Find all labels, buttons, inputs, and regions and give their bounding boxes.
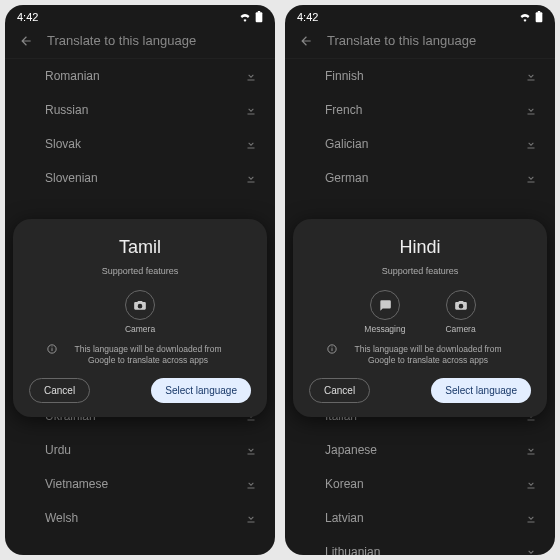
list-item[interactable]: Latvian xyxy=(285,501,555,535)
svg-rect-6 xyxy=(538,11,541,13)
download-icon[interactable] xyxy=(525,546,537,555)
svg-rect-0 xyxy=(256,12,263,22)
list-item[interactable]: German xyxy=(285,161,555,195)
download-icon[interactable] xyxy=(245,444,257,456)
download-icon[interactable] xyxy=(525,444,537,456)
language-list[interactable]: FinnishFrenchGalicianGermanIrishItalianJ… xyxy=(285,59,555,555)
download-icon[interactable] xyxy=(525,512,537,524)
language-label: Japanese xyxy=(325,443,377,457)
svg-rect-9 xyxy=(332,347,333,348)
wifi-icon xyxy=(239,12,251,22)
language-label: Finnish xyxy=(325,69,364,83)
features-row: MessagingCamera xyxy=(309,290,531,334)
cancel-button[interactable]: Cancel xyxy=(309,378,370,403)
list-item[interactable]: French xyxy=(285,93,555,127)
feature-camera: Camera xyxy=(125,290,155,334)
app-bar: Translate to this language xyxy=(285,25,555,59)
list-item[interactable]: Slovenian xyxy=(5,161,275,195)
language-label: Urdu xyxy=(45,443,71,457)
feature-label: Messaging xyxy=(364,324,405,334)
list-item[interactable]: Korean xyxy=(285,467,555,501)
camera-icon xyxy=(446,290,476,320)
select-language-button[interactable]: Select language xyxy=(431,378,531,403)
dialog-title: Tamil xyxy=(29,237,251,258)
download-icon[interactable] xyxy=(245,478,257,490)
status-icons xyxy=(519,11,543,23)
battery-icon xyxy=(535,11,543,23)
cancel-button[interactable]: Cancel xyxy=(29,378,90,403)
info-icon xyxy=(327,344,337,354)
download-icon[interactable] xyxy=(525,138,537,150)
list-item[interactable]: Vietnamese xyxy=(5,467,275,501)
dialog-title: Hindi xyxy=(309,237,531,258)
status-bar: 4:42 xyxy=(285,5,555,25)
back-icon[interactable] xyxy=(19,34,33,48)
dialog-subtitle: Supported features xyxy=(29,266,251,276)
dialog-buttons: Cancel Select language xyxy=(29,378,251,403)
status-time: 4:42 xyxy=(297,11,318,23)
list-item[interactable]: Urdu xyxy=(5,433,275,467)
language-label: Lithuanian xyxy=(325,545,380,555)
list-item[interactable]: Slovak xyxy=(5,127,275,161)
download-icon[interactable] xyxy=(525,172,537,184)
info-icon xyxy=(47,344,57,354)
feature-messaging: Messaging xyxy=(364,290,405,334)
battery-icon xyxy=(255,11,263,23)
svg-rect-8 xyxy=(332,348,333,351)
download-icon[interactable] xyxy=(525,478,537,490)
download-note: This language will be downloaded from Go… xyxy=(309,344,531,366)
messaging-icon xyxy=(370,290,400,320)
download-icon[interactable] xyxy=(245,512,257,524)
language-label: Latvian xyxy=(325,511,364,525)
status-bar: 4:42 xyxy=(5,5,275,25)
list-item[interactable]: Welsh xyxy=(5,501,275,535)
list-item[interactable]: Russian xyxy=(5,93,275,127)
back-icon[interactable] xyxy=(299,34,313,48)
language-label: Galician xyxy=(325,137,368,151)
feature-camera: Camera xyxy=(445,290,475,334)
language-label: Korean xyxy=(325,477,364,491)
language-label: French xyxy=(325,103,362,117)
feature-label: Camera xyxy=(125,324,155,334)
feature-label: Camera xyxy=(445,324,475,334)
list-item[interactable]: Finnish xyxy=(285,59,555,93)
phone-right: 4:42 Translate to this language FinnishF… xyxy=(285,5,555,555)
download-icon[interactable] xyxy=(525,70,537,82)
select-language-button[interactable]: Select language xyxy=(151,378,251,403)
features-row: Camera xyxy=(29,290,251,334)
download-icon[interactable] xyxy=(245,172,257,184)
list-item[interactable]: Lithuanian xyxy=(285,535,555,555)
language-label: Vietnamese xyxy=(45,477,108,491)
language-label: Romanian xyxy=(45,69,100,83)
language-list[interactable]: RomanianRussianSlovakSlovenianTurkishUkr… xyxy=(5,59,275,555)
dialog-buttons: Cancel Select language xyxy=(309,378,531,403)
svg-rect-1 xyxy=(258,11,261,13)
language-label: Slovak xyxy=(45,137,81,151)
status-time: 4:42 xyxy=(17,11,38,23)
dialog-subtitle: Supported features xyxy=(309,266,531,276)
download-icon[interactable] xyxy=(245,70,257,82)
language-label: Slovenian xyxy=(45,171,98,185)
camera-icon xyxy=(125,290,155,320)
appbar-title: Translate to this language xyxy=(327,33,476,48)
list-item[interactable]: Romanian xyxy=(5,59,275,93)
list-item[interactable]: Galician xyxy=(285,127,555,161)
language-label: Welsh xyxy=(45,511,78,525)
language-dialog: Tamil Supported features Camera This lan… xyxy=(13,219,267,417)
status-icons xyxy=(239,11,263,23)
svg-rect-3 xyxy=(52,348,53,351)
list-item[interactable]: Japanese xyxy=(285,433,555,467)
wifi-icon xyxy=(519,12,531,22)
appbar-title: Translate to this language xyxy=(47,33,196,48)
phone-left: 4:42 Translate to this language Romanian… xyxy=(5,5,275,555)
svg-rect-4 xyxy=(52,347,53,348)
download-icon[interactable] xyxy=(245,104,257,116)
download-icon[interactable] xyxy=(245,138,257,150)
language-label: German xyxy=(325,171,368,185)
download-icon[interactable] xyxy=(525,104,537,116)
language-dialog: Hindi Supported features MessagingCamera… xyxy=(293,219,547,417)
svg-rect-5 xyxy=(536,12,543,22)
download-note: This language will be downloaded from Go… xyxy=(29,344,251,366)
language-label: Russian xyxy=(45,103,88,117)
app-bar: Translate to this language xyxy=(5,25,275,59)
